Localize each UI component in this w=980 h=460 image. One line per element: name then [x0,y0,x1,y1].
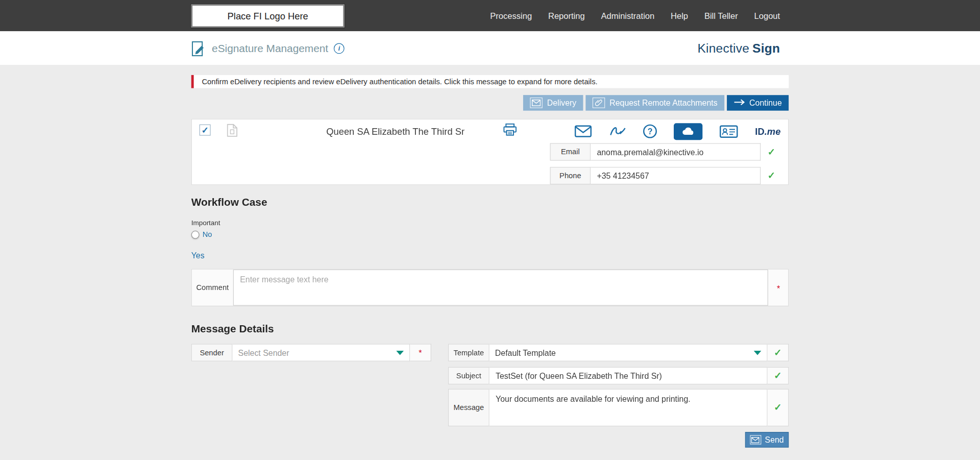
document-status-icon [227,124,237,139]
esignature-document-icon [191,40,206,57]
workflow-case-heading: Workflow Case [191,196,267,208]
send-button[interactable]: Send [745,432,789,448]
chevron-down-icon [754,350,762,355]
sender-row: Sender Select Sender * [191,344,431,361]
template-row: Template Default Template ✓ [448,344,789,361]
template-dropdown[interactable]: Default Template [489,344,768,361]
important-option-no-label: No [203,230,212,239]
idme-logo[interactable]: ID.me [755,126,780,137]
message-textarea[interactable] [489,389,768,426]
radio-icon [191,230,200,238]
signature-auth-icon[interactable] [609,125,626,137]
recipient-card: ✓ Queen SA Elizabeth The Third Sr ? ID.m… [191,119,789,185]
brand-logo: Kinective Sign [697,31,780,65]
message-valid-check-icon: ✓ [774,402,781,413]
template-valid-cell: ✓ [768,344,789,361]
top-nav: Processing Reporting Administration Help… [490,0,780,31]
nav-reporting[interactable]: Reporting [548,11,585,20]
nav-administration[interactable]: Administration [601,11,654,20]
continue-button-label: Continue [749,98,782,107]
sender-required-cell: * [410,344,431,361]
sender-dropdown[interactable]: Select Sender [233,344,410,361]
idme-logo-suffix: .me [765,126,781,137]
important-option-no[interactable]: No [191,230,212,239]
page-header-left: eSignature Management i [191,31,345,65]
nav-help[interactable]: Help [671,11,688,20]
auth-method-row: ? ID.me [574,122,780,141]
phone-valid-check-icon: ✓ [768,170,775,181]
phone-input[interactable] [591,167,761,184]
subject-label: Subject [448,367,489,384]
brand-suffix: Sign [752,41,780,56]
template-label: Template [448,344,489,361]
important-option-yes[interactable]: Yes [191,251,205,260]
important-field-label: Important [191,219,220,227]
email-label: Email [550,143,591,160]
request-remote-attachments-button[interactable]: Request Remote Attachments [586,95,724,111]
id-card-auth-icon[interactable] [720,125,739,138]
sender-dropdown-value: Select Sender [238,348,289,357]
envelope-icon [530,98,543,108]
send-envelope-icon [750,435,761,444]
email-valid-check-icon: ✓ [768,147,775,158]
continue-button[interactable]: Continue [727,95,789,111]
top-bar: Place FI Logo Here Processing Reporting … [0,0,980,31]
fi-logo-text: Place FI Logo Here [228,11,308,21]
page: Place FI Logo Here Processing Reporting … [0,0,980,460]
request-remote-attachments-label: Request Remote Attachments [609,98,717,107]
delivery-button-label: Delivery [547,98,577,107]
chevron-down-icon [396,350,404,355]
sender-required-marker: * [419,348,422,357]
phone-label: Phone [550,167,591,184]
message-details-heading: Message Details [191,323,274,335]
page-header: eSignature Management i Kinective Sign [0,31,980,65]
page-title: eSignature Management [212,42,328,55]
paperclip-icon [593,98,605,108]
delivery-button[interactable]: Delivery [523,95,583,111]
comment-textarea[interactable] [233,270,768,306]
recipient-checkbox[interactable]: ✓ [200,125,211,136]
subject-valid-cell: ✓ [768,367,789,384]
email-field-row: Email ✓ [550,143,776,160]
message-label: Message [448,389,489,426]
action-button-row: Delivery Request Remote Attachments Cont… [191,95,789,111]
nav-processing[interactable]: Processing [490,11,532,20]
alert-banner[interactable]: Confirm eDelivery recipients and review … [191,75,789,88]
recipient-name: Queen SA Elizabeth The Third Sr [326,126,464,137]
app-window: Place FI Logo Here Processing Reporting … [0,0,980,460]
comment-label: Comment [192,270,233,306]
print-icon[interactable] [503,123,517,139]
message-valid-cell: ✓ [768,389,789,426]
template-valid-check-icon: ✓ [774,347,781,358]
phone-field-row: Phone ✓ [550,167,776,184]
fi-logo-placeholder: Place FI Logo Here [191,5,345,28]
cloud-auth-icon-selected[interactable] [674,123,702,140]
idme-logo-prefix: ID [755,126,764,137]
send-button-label: Send [765,435,784,444]
kba-question-auth-icon[interactable]: ? [643,125,657,138]
comment-required-marker: * [777,284,780,293]
email-auth-icon[interactable] [574,125,592,137]
subject-row: Subject ✓ [448,367,789,384]
subject-valid-check-icon: ✓ [774,370,781,381]
comment-card: Comment * [191,269,789,306]
message-row: Message ✓ [448,389,789,426]
arrow-right-icon [733,98,745,107]
info-icon[interactable]: i [334,43,345,54]
nav-user-bill-teller[interactable]: Bill Teller [704,11,738,20]
subject-input[interactable] [489,367,768,384]
email-input[interactable] [591,143,761,160]
nav-logout[interactable]: Logout [754,11,780,20]
sender-label: Sender [191,344,233,361]
alert-text: Confirm eDelivery recipients and review … [194,77,598,86]
template-dropdown-value: Default Template [495,348,556,357]
brand-name: Kinective [697,41,749,56]
